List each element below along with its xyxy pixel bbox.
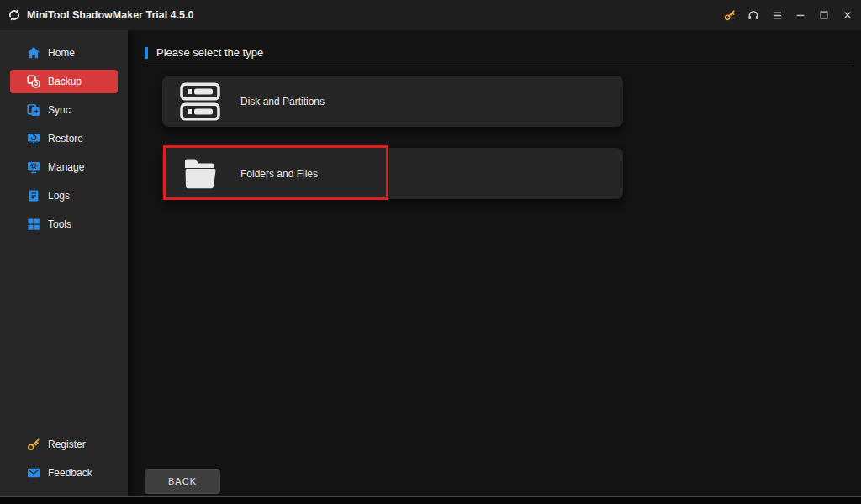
- minimize-icon[interactable]: [789, 0, 812, 30]
- mail-icon: [27, 466, 40, 480]
- backup-icon: [27, 75, 40, 88]
- maximize-icon[interactable]: [812, 0, 836, 30]
- disk-icon: [178, 82, 222, 121]
- headset-icon[interactable]: [742, 0, 765, 30]
- sidebar-item-register[interactable]: Register: [10, 433, 118, 456]
- sidebar: Home Backup: [0, 30, 128, 497]
- manage-icon: [27, 160, 40, 174]
- app-logo-icon: [8, 8, 21, 22]
- sidebar-item-label: Sync: [48, 104, 71, 116]
- card-label: Folders and Files: [240, 168, 318, 180]
- home-icon: [27, 46, 40, 60]
- sidebar-item-label: Tools: [48, 218, 71, 230]
- sidebar-item-label: Home: [48, 47, 75, 59]
- header-divider: [145, 66, 852, 66]
- sidebar-item-home[interactable]: Home: [10, 41, 118, 65]
- sidebar-item-label: Feedback: [48, 467, 92, 479]
- sidebar-item-label: Restore: [48, 133, 83, 144]
- titlebar: MiniTool ShadowMaker Trial 4.5.0: [0, 0, 861, 30]
- card-disk-and-partitions[interactable]: Disk and Partitions: [162, 76, 623, 127]
- titlebar-controls: [718, 0, 859, 30]
- sidebar-item-sync[interactable]: Sync: [10, 98, 118, 122]
- sidebar-item-label: Backup: [48, 76, 82, 87]
- logs-icon: [27, 189, 40, 202]
- sidebar-nav: Home Backup: [0, 30, 128, 236]
- key-icon[interactable]: [718, 0, 742, 30]
- sidebar-item-backup[interactable]: Backup: [10, 70, 118, 93]
- card-label: Disk and Partitions: [240, 96, 325, 108]
- sidebar-bottom: Register Feedback: [0, 433, 128, 490]
- sidebar-item-tools[interactable]: Tools: [10, 213, 118, 236]
- menu-icon[interactable]: [765, 0, 789, 30]
- sidebar-item-label: Manage: [48, 161, 84, 173]
- app-window: MiniTool ShadowMaker Trial 4.5.0: [0, 0, 861, 504]
- card-folders-and-files[interactable]: Folders and Files: [162, 148, 623, 199]
- close-icon[interactable]: [836, 0, 859, 30]
- sync-icon: [27, 103, 40, 117]
- sidebar-item-label: Register: [48, 438, 86, 450]
- heading-accent-bar: [145, 47, 148, 59]
- folder-icon: [178, 156, 222, 192]
- window-bottom-edge: [0, 496, 861, 504]
- key-icon: [27, 438, 40, 451]
- sidebar-item-label: Logs: [48, 190, 70, 202]
- sidebar-item-feedback[interactable]: Feedback: [10, 461, 118, 485]
- tools-icon: [27, 218, 40, 231]
- window-title: MiniTool ShadowMaker Trial 4.5.0: [27, 9, 193, 21]
- sidebar-item-restore[interactable]: Restore: [10, 127, 118, 150]
- page-header: Please select the type: [145, 46, 263, 59]
- sidebar-item-manage[interactable]: Manage: [10, 155, 118, 179]
- restore-icon: [27, 132, 40, 145]
- main-content: Please select the type D: [128, 30, 861, 497]
- sidebar-item-logs[interactable]: Logs: [10, 184, 118, 207]
- back-button[interactable]: BACK: [145, 469, 220, 494]
- page-title: Please select the type: [156, 46, 263, 59]
